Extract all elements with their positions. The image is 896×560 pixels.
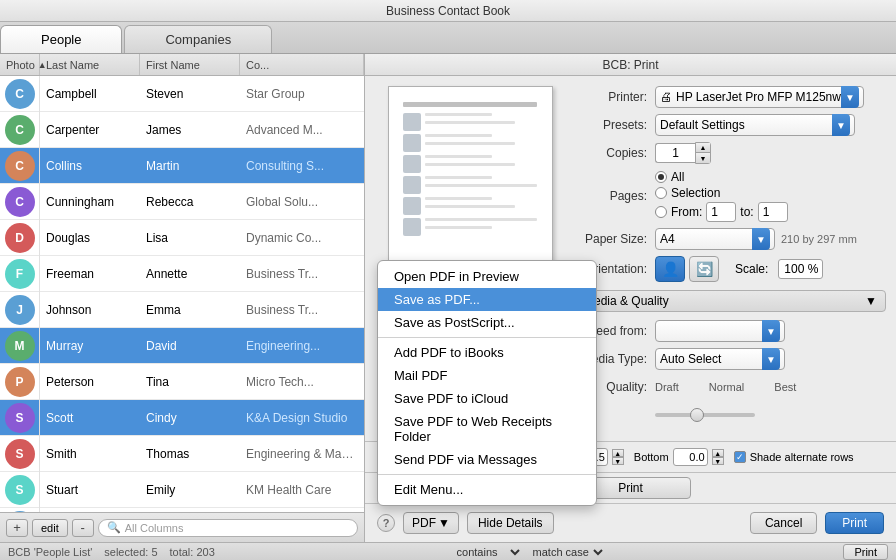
bottom-margin-up[interactable]: ▲ <box>712 449 724 457</box>
quality-thumb[interactable] <box>690 408 704 422</box>
pages-selection-radio[interactable] <box>655 187 667 199</box>
orientation-buttons: 👤 🔄 <box>655 256 719 282</box>
contact-row[interactable]: P Peterson Tina Micro Tech... <box>0 364 364 400</box>
pages-from-option[interactable]: From: to: <box>655 202 788 222</box>
bottom-margin-down[interactable]: ▼ <box>712 457 724 465</box>
contact-company: Consulting S... <box>240 159 364 173</box>
copies-row: Copies: ▲ ▼ <box>575 142 886 164</box>
pdf-menu-item-save-postscript[interactable]: Save as PostScript... <box>378 311 596 334</box>
feed-from-select[interactable]: ▼ <box>655 320 785 342</box>
paper-size-label: Paper Size: <box>575 232 655 246</box>
top-margin-down[interactable]: ▼ <box>612 457 624 465</box>
contact-row[interactable]: M Murray David Engineering... <box>0 328 364 364</box>
hide-details-button[interactable]: Hide Details <box>467 512 554 534</box>
contact-lastname: Murray <box>40 339 140 353</box>
paper-size-select[interactable]: A4 ▼ <box>655 228 775 250</box>
section-arrow: ▼ <box>865 294 877 308</box>
portrait-button[interactable]: 👤 <box>655 256 685 282</box>
contact-lastname: Douglas <box>40 231 140 245</box>
presets-select[interactable]: Default Settings ▼ <box>655 114 855 136</box>
printer-select[interactable]: 🖨 HP LaserJet Pro MFP M125nw ▼ <box>655 86 864 108</box>
col-header-lastname[interactable]: Last Name <box>40 54 140 75</box>
col-header-photo[interactable]: Photo ▲ <box>0 54 40 75</box>
contact-row[interactable]: F Freeman Annette Business Tr... <box>0 256 364 292</box>
contact-lastname: Freeman <box>40 267 140 281</box>
quality-slider-row <box>575 404 886 426</box>
help-icon[interactable]: ? <box>377 514 395 532</box>
quality-control: Draft Normal Best <box>655 381 796 393</box>
presets-row: Presets: Default Settings ▼ <box>575 114 886 136</box>
media-quality-section[interactable]: Media & Quality ▼ <box>575 290 886 312</box>
contact-firstname: Emily <box>140 483 240 497</box>
contact-firstname: Cindy <box>140 411 240 425</box>
copies-up[interactable]: ▲ <box>696 143 710 153</box>
presets-label: Presets: <box>575 118 655 132</box>
contact-row[interactable]: C Cunningham Rebecca Global Solu... <box>0 184 364 220</box>
print-dialog: BCB: Print <box>365 54 896 542</box>
pages-from-radio[interactable] <box>655 206 667 218</box>
status-print-button[interactable]: Print <box>843 544 888 560</box>
contact-row[interactable]: S Stuart Emily KM Health Care <box>0 472 364 508</box>
paper-size-dropdown-arrow[interactable]: ▼ <box>752 228 770 250</box>
search-input-display[interactable]: 🔍 All Columns <box>98 519 358 537</box>
pdf-menu-item-edit-menu[interactable]: Edit Menu... <box>378 478 596 501</box>
quality-slider[interactable] <box>655 413 755 417</box>
pdf-menu-item-send-icloud[interactable]: Save PDF to iCloud <box>378 387 596 410</box>
cancel-button[interactable]: Cancel <box>750 512 817 534</box>
pdf-menu-item-open-preview[interactable]: Open PDF in Preview <box>378 265 596 288</box>
remove-contact-button[interactable]: - <box>72 519 94 537</box>
contact-row[interactable]: C Campbell Steven Star Group <box>0 76 364 112</box>
contacts-list[interactable]: C Campbell Steven Star Group C Carpenter… <box>0 76 364 512</box>
scale-input[interactable] <box>778 259 823 279</box>
filter-matchcase-select[interactable]: match case ignore case <box>529 545 606 559</box>
media-type-arrow[interactable]: ▼ <box>762 348 780 370</box>
title-bar: Business Contact Book <box>0 0 896 22</box>
col-header-company[interactable]: Co... <box>240 54 364 75</box>
contact-row[interactable]: C Carpenter James Advanced M... <box>0 112 364 148</box>
filter-contains-select[interactable]: contains starts with ends with <box>453 545 523 559</box>
contact-lastname: Smith <box>40 447 140 461</box>
landscape-button[interactable]: 🔄 <box>689 256 719 282</box>
print-dialog-buttons: ? PDF ▼ Hide Details Cancel Print <box>365 503 896 542</box>
media-type-select[interactable]: Auto Select ▼ <box>655 348 785 370</box>
pdf-menu-item-mail-pdf[interactable]: Mail PDF <box>378 364 596 387</box>
shade-alt-rows-checkbox[interactable]: ✓ <box>734 451 746 463</box>
pages-from-input[interactable] <box>706 202 736 222</box>
pdf-dropdown-menu: Open PDF in PreviewSave as PDF...Save as… <box>377 260 597 506</box>
printer-dropdown-arrow[interactable]: ▼ <box>841 86 859 108</box>
bottom-margin-input[interactable] <box>673 448 708 466</box>
top-margin-up[interactable]: ▲ <box>612 449 624 457</box>
copies-input[interactable] <box>655 143 695 163</box>
filter-area: contains starts with ends with match cas… <box>453 545 606 559</box>
pdf-menu-item-web-receipts[interactable]: Save PDF to Web Receipts Folder <box>378 410 596 448</box>
feed-from-arrow[interactable]: ▼ <box>762 320 780 342</box>
total-count: total: 203 <box>170 546 215 558</box>
contact-photo: S <box>0 472 40 508</box>
contact-row[interactable]: J Johnson Emma Business Tr... <box>0 292 364 328</box>
pdf-menu-item-add-ibooks[interactable]: Add PDF to iBooks <box>378 341 596 364</box>
contact-row[interactable]: C Collins Martin Consulting S... <box>0 148 364 184</box>
avatar: S <box>5 475 35 505</box>
pdf-button[interactable]: PDF ▼ <box>403 512 459 534</box>
col-header-firstname[interactable]: First Name <box>140 54 240 75</box>
pages-all-radio[interactable] <box>655 171 667 183</box>
print-button[interactable]: Print <box>825 512 884 534</box>
contact-company: K&A Design Studio <box>240 411 364 425</box>
edit-contact-button[interactable]: edit <box>32 519 68 537</box>
avatar: P <box>5 367 35 397</box>
pages-all-option[interactable]: All <box>655 170 788 184</box>
contact-row[interactable]: S Smith Thomas Engineering & Mana... <box>0 436 364 472</box>
presets-dropdown-arrow[interactable]: ▼ <box>832 114 850 136</box>
pages-selection-option[interactable]: Selection <box>655 186 788 200</box>
copies-down[interactable]: ▼ <box>696 153 710 163</box>
pdf-menu-item-save-pdf[interactable]: Save as PDF... <box>378 288 596 311</box>
contact-photo: M <box>0 328 40 364</box>
tab-companies[interactable]: Companies <box>124 25 272 53</box>
avatar: C <box>5 79 35 109</box>
add-contact-button[interactable]: + <box>6 519 28 537</box>
contact-row[interactable]: D Douglas Lisa Dynamic Co... <box>0 220 364 256</box>
contact-row[interactable]: S Scott Cindy K&A Design Studio <box>0 400 364 436</box>
pdf-menu-item-send-messages[interactable]: Send PDF via Messages <box>378 448 596 471</box>
tab-people[interactable]: People <box>0 25 122 53</box>
pages-to-input[interactable] <box>758 202 788 222</box>
